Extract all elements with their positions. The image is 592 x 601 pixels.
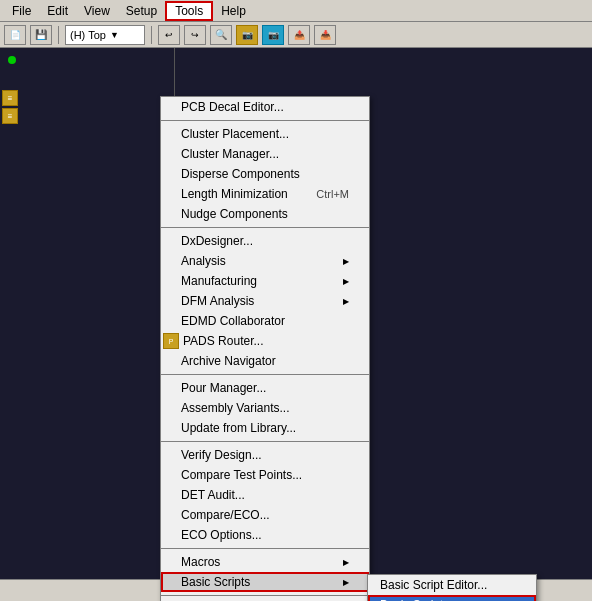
- menu-basic-script-editor[interactable]: Basic Script Editor...: [368, 575, 536, 595]
- menu-tools[interactable]: Tools: [165, 1, 213, 21]
- sep-1: [161, 120, 369, 121]
- menu-pcb-decal-editor[interactable]: PCB Decal Editor...: [161, 97, 369, 117]
- main-content: ≡ ≡ PCB Decal Editor... Cluster Placemen…: [0, 48, 592, 579]
- toolbar-sep-2: [151, 26, 152, 44]
- sidebar-icon-1[interactable]: ≡: [2, 90, 18, 106]
- menu-compare-test-points[interactable]: Compare Test Points...: [161, 465, 369, 485]
- menu-assembly-variants[interactable]: Assembly Variants...: [161, 398, 369, 418]
- menu-disperse-components[interactable]: Disperse Components: [161, 164, 369, 184]
- menu-archive-navigator[interactable]: Archive Navigator: [161, 351, 369, 371]
- menu-analysis[interactable]: Analysis: [161, 251, 369, 271]
- toolbar-btn-redo[interactable]: ↪: [184, 25, 206, 45]
- menu-help[interactable]: Help: [213, 1, 254, 21]
- toolbar-sep-1: [58, 26, 59, 44]
- pads-router-icon: P: [163, 333, 179, 349]
- sidebar-indicator: [8, 56, 16, 64]
- tools-menu: PCB Decal Editor... Cluster Placement...…: [160, 96, 370, 601]
- toolbar-layer-dropdown[interactable]: (H) Top ▼: [65, 25, 145, 45]
- tools-dropdown: PCB Decal Editor... Cluster Placement...…: [160, 96, 370, 601]
- menu-pour-manager[interactable]: Pour Manager...: [161, 378, 369, 398]
- toolbar-btn-undo[interactable]: ↩: [158, 25, 180, 45]
- toolbar: 📄 💾 (H) Top ▼ ↩ ↪ 🔍 📷 📷 📤 📥: [0, 22, 592, 48]
- menu-view[interactable]: View: [76, 1, 118, 21]
- menu-pads-router[interactable]: P PADS Router...: [161, 331, 369, 351]
- basic-scripts-submenu: Basic Script Editor... Basic Scripts...: [367, 574, 537, 601]
- menu-basic-scripts[interactable]: Basic Scripts Basic Script Editor... Bas…: [161, 572, 369, 592]
- toolbar-btn-import[interactable]: 📥: [314, 25, 336, 45]
- menu-dfm-analysis[interactable]: DFM Analysis: [161, 291, 369, 311]
- toolbar-btn-export[interactable]: 📤: [288, 25, 310, 45]
- menu-macros[interactable]: Macros: [161, 552, 369, 572]
- menu-setup[interactable]: Setup: [118, 1, 165, 21]
- menu-length-minimization[interactable]: Length Minimization Ctrl+M: [161, 184, 369, 204]
- toolbar-btn-cam1[interactable]: 📷: [236, 25, 258, 45]
- sidebar-icons: ≡ ≡: [0, 88, 18, 126]
- sep-5: [161, 548, 369, 549]
- menu-cluster-manager[interactable]: Cluster Manager...: [161, 144, 369, 164]
- app-window: File Edit View Setup Tools Help 📄 💾 (H) …: [0, 0, 592, 601]
- sidebar-icon-2[interactable]: ≡: [2, 108, 18, 124]
- toolbar-btn-zoom[interactable]: 🔍: [210, 25, 232, 45]
- menu-verify-design[interactable]: Verify Design...: [161, 445, 369, 465]
- left-sidebar: ≡ ≡: [0, 48, 175, 579]
- toolbar-btn-cam2[interactable]: 📷: [262, 25, 284, 45]
- menu-det-audit[interactable]: DET Audit...: [161, 485, 369, 505]
- menu-compare-eco[interactable]: Compare/ECO...: [161, 505, 369, 525]
- menu-update-from-library[interactable]: Update from Library...: [161, 418, 369, 438]
- toolbar-dropdown-arrow: ▼: [110, 30, 119, 40]
- sep-3: [161, 374, 369, 375]
- menu-nudge-components[interactable]: Nudge Components: [161, 204, 369, 224]
- menu-manufacturing[interactable]: Manufacturing: [161, 271, 369, 291]
- sep-2: [161, 227, 369, 228]
- sep-4: [161, 441, 369, 442]
- toolbar-btn-save[interactable]: 💾: [30, 25, 52, 45]
- menu-basic-scripts-run[interactable]: Basic Scripts...: [368, 595, 536, 601]
- sep-6: [161, 595, 369, 596]
- menu-edit[interactable]: Edit: [39, 1, 76, 21]
- menu-cluster-placement[interactable]: Cluster Placement...: [161, 124, 369, 144]
- menu-edmd-collaborator[interactable]: EDMD Collaborator: [161, 311, 369, 331]
- menu-eco-options[interactable]: ECO Options...: [161, 525, 369, 545]
- menu-bar: File Edit View Setup Tools Help: [0, 0, 592, 22]
- toolbar-btn-new[interactable]: 📄: [4, 25, 26, 45]
- menu-file[interactable]: File: [4, 1, 39, 21]
- toolbar-layer-label: (H) Top: [70, 29, 106, 41]
- menu-dxdesigner[interactable]: DxDesigner...: [161, 231, 369, 251]
